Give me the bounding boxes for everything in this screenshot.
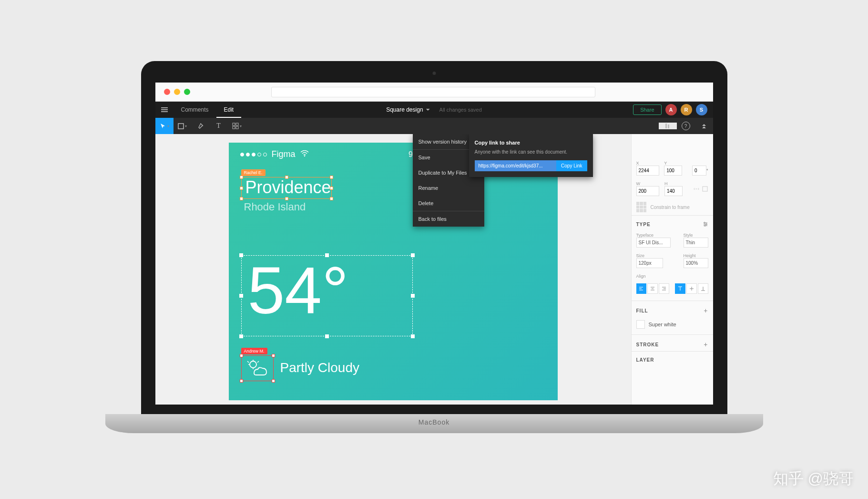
svg-point-11 bbox=[705, 224, 707, 225]
font-size-select[interactable]: 120px bbox=[636, 258, 663, 268]
tool-caret-icon: ▾ bbox=[185, 124, 187, 128]
menu-item-back[interactable]: Back to files bbox=[413, 211, 484, 227]
valign-bottom-button[interactable] bbox=[698, 283, 708, 294]
properties-panel: X Y ° W H Constrain to frame bbox=[631, 134, 713, 405]
tab-comments[interactable]: Comments bbox=[174, 102, 216, 118]
laptop-frame: Comments Edit Square design All changes … bbox=[141, 61, 727, 438]
width-input[interactable] bbox=[636, 186, 659, 196]
hamburger-menu-button[interactable] bbox=[155, 102, 174, 118]
share-button[interactable]: Share bbox=[633, 104, 661, 115]
share-popup: Copy link to share Anyone with the link … bbox=[469, 134, 593, 177]
sliders-icon[interactable] bbox=[703, 221, 708, 227]
svg-point-8 bbox=[250, 361, 256, 368]
share-popup-desc: Anyone with the link can see this docume… bbox=[475, 149, 587, 155]
carrier-label: Figma bbox=[272, 149, 296, 159]
screen: Comments Edit Square design All changes … bbox=[155, 83, 713, 405]
valign-middle-button[interactable] bbox=[686, 283, 697, 294]
style-label: Style bbox=[684, 233, 708, 238]
menu-item-delete[interactable]: Delete bbox=[413, 196, 484, 211]
align-panel-toggle[interactable] bbox=[659, 123, 677, 129]
svg-rect-5 bbox=[665, 124, 667, 128]
height-input[interactable] bbox=[664, 186, 683, 196]
y-label: Y bbox=[664, 161, 690, 166]
svg-point-10 bbox=[704, 222, 705, 224]
constrain-label: Constrain to frame bbox=[651, 205, 690, 210]
share-popup-title: Copy link to share bbox=[475, 140, 587, 146]
x-input[interactable] bbox=[636, 166, 659, 176]
svg-point-12 bbox=[704, 225, 705, 227]
svg-rect-0 bbox=[178, 124, 184, 129]
tab-edit[interactable]: Edit bbox=[216, 102, 242, 118]
valign-top-button[interactable] bbox=[675, 283, 685, 294]
avatar-user-r[interactable]: R bbox=[681, 104, 692, 115]
component-tool[interactable]: ▾ bbox=[228, 118, 246, 134]
browser-chrome bbox=[155, 83, 713, 102]
chevrons-up-icon bbox=[702, 124, 706, 128]
avatar-user-a[interactable]: A bbox=[665, 104, 677, 115]
window-close-button[interactable] bbox=[164, 89, 170, 95]
x-label: X bbox=[636, 161, 663, 166]
add-fill-button[interactable]: + bbox=[704, 307, 708, 314]
align-bars-icon bbox=[664, 123, 671, 129]
tool-caret-icon: ▾ bbox=[167, 124, 169, 128]
laptop-brand-label: MacBook bbox=[419, 418, 449, 426]
height-label: Height bbox=[684, 253, 708, 258]
menu-item-label: Rename bbox=[419, 185, 439, 191]
temperature-label: 54° bbox=[248, 257, 349, 324]
url-bar[interactable] bbox=[271, 87, 595, 97]
help-button[interactable]: ? bbox=[677, 122, 695, 130]
menu-item-label: Duplicate to My Files bbox=[419, 170, 467, 176]
document-title[interactable]: Square design All changes saved bbox=[386, 106, 482, 113]
move-tool[interactable]: ▾ bbox=[155, 118, 174, 134]
y-input[interactable] bbox=[664, 166, 682, 176]
svg-rect-2 bbox=[236, 123, 238, 125]
canvas[interactable]: Show version history SaveS Duplicate to … bbox=[155, 134, 631, 405]
collapse-panel-button[interactable] bbox=[695, 124, 713, 128]
line-height-select[interactable]: 100% bbox=[684, 258, 708, 268]
hamburger-icon bbox=[161, 109, 168, 110]
tools-toolbar: ▾ ▾ T ▾ bbox=[155, 118, 713, 134]
constrain-grid-icon[interactable] bbox=[636, 202, 647, 212]
copy-link-button[interactable]: Copy Link bbox=[556, 160, 587, 171]
svg-rect-4 bbox=[236, 126, 238, 129]
share-link-row: Copy Link bbox=[475, 160, 587, 171]
svg-rect-1 bbox=[233, 123, 235, 125]
size-label: Size bbox=[636, 253, 681, 258]
menu-item-rename[interactable]: Rename bbox=[413, 180, 484, 196]
rotation-input[interactable] bbox=[692, 166, 706, 176]
collaborator-tag-rachel: Rachel E. bbox=[241, 169, 266, 176]
text-tool[interactable]: T bbox=[210, 118, 228, 134]
help-icon: ? bbox=[682, 122, 690, 130]
typeface-select[interactable]: SF UI Dis... bbox=[636, 238, 671, 248]
menu-item-label: Show version history bbox=[419, 139, 467, 145]
avatar-user-s[interactable]: S bbox=[696, 104, 707, 115]
frame-tool[interactable]: ▾ bbox=[174, 118, 192, 134]
wifi-icon bbox=[300, 150, 309, 159]
align-row bbox=[632, 281, 713, 296]
align-right-button[interactable] bbox=[659, 283, 669, 294]
tool-caret-icon: ▾ bbox=[240, 124, 242, 128]
font-style-select[interactable]: Thin bbox=[684, 238, 708, 248]
share-link-input[interactable] bbox=[475, 160, 557, 171]
artboard-frame[interactable]: Figma 9:41 A 42% bbox=[229, 143, 558, 400]
svg-rect-3 bbox=[233, 126, 235, 129]
pen-tool[interactable] bbox=[192, 118, 210, 134]
selection-box-icon[interactable] bbox=[241, 355, 274, 381]
menu-item-label: Back to files bbox=[419, 216, 447, 222]
pen-icon bbox=[197, 123, 204, 129]
window-minimize-button[interactable] bbox=[174, 89, 180, 95]
share-area: Share A R S bbox=[633, 104, 713, 115]
degree-label: ° bbox=[706, 168, 708, 173]
window-maximize-button[interactable] bbox=[184, 89, 190, 95]
constrain-icon[interactable] bbox=[702, 186, 708, 192]
align-center-button[interactable] bbox=[647, 283, 658, 294]
cursor-icon bbox=[160, 123, 166, 129]
align-left-button[interactable] bbox=[636, 283, 647, 294]
fill-color-swatch[interactable] bbox=[636, 320, 645, 329]
selection-box-city[interactable]: Providence bbox=[241, 177, 332, 199]
collaborator-tag-andrew: Andrew M. bbox=[241, 348, 267, 354]
link-icon[interactable] bbox=[693, 186, 700, 192]
app-topbar: Comments Edit Square design All changes … bbox=[155, 102, 713, 118]
watermark: 知乎 @骁哥 bbox=[773, 468, 854, 489]
add-stroke-button[interactable]: + bbox=[704, 341, 708, 348]
